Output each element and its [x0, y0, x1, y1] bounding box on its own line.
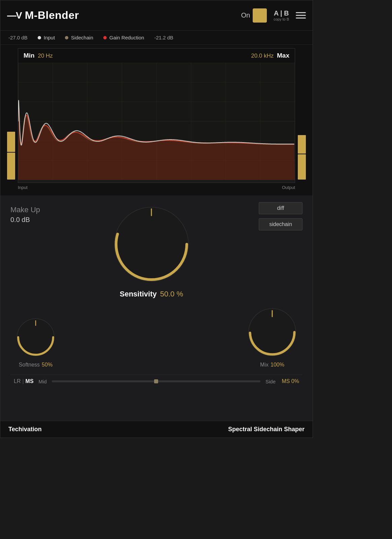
hamburger-line-1	[296, 12, 306, 13]
lr-ms-divider: |	[22, 378, 24, 384]
softness-knob[interactable]	[14, 315, 58, 359]
gain-reduction-meter-item: Gain Reduction	[103, 35, 144, 40]
softness-label-row: Softness 50%	[19, 362, 52, 368]
max-freq: 20.0 kHz	[251, 53, 274, 59]
vu-bar-2	[7, 153, 15, 180]
gain-reduction-label: Gain Reduction	[109, 35, 144, 40]
softness-value: 50%	[42, 362, 52, 368]
diff-button[interactable]: diff	[259, 202, 302, 214]
makeup-section: Make Up 0.0 dB	[10, 202, 51, 224]
makeup-label: Make Up	[10, 205, 51, 214]
plugin-title: M-Blender	[25, 9, 79, 22]
spectrum-display[interactable]: Min 20 Hz 20.0 kHz Max	[18, 48, 295, 183]
sensitivity-knob[interactable]	[109, 202, 193, 286]
freq-min: Min 20 Hz	[24, 52, 53, 59]
spectrum-labels: Input Output	[7, 183, 306, 192]
input-db: -27.0 dB	[8, 35, 28, 40]
ms-value: MS 0%	[281, 378, 299, 384]
on-button-group: On	[241, 8, 267, 23]
input-spectrum-label: Input	[18, 185, 28, 190]
ms-slider-thumb	[154, 379, 158, 383]
input-vu-meter	[7, 48, 15, 183]
mix-knob-item: Mix 100%	[245, 305, 299, 368]
mix-label-row: Mix 100%	[260, 362, 284, 368]
sensitivity-label: Sensitivity	[120, 290, 157, 298]
spectrum-canvas[interactable]	[18, 63, 295, 180]
softness-label: Softness	[19, 362, 40, 368]
ms-slider[interactable]	[52, 380, 260, 382]
lr-label[interactable]: LR	[14, 378, 21, 384]
logo-icon: —V	[7, 10, 22, 21]
ms-label[interactable]: MS	[26, 378, 34, 384]
gain-reduction-db: -21.2 dB	[154, 35, 173, 40]
sidechain-label: Sidechain	[71, 35, 93, 40]
meter-section: -27.0 dB Input Sidechain Gain Reduction …	[0, 31, 313, 45]
spectrum-section: Min 20 Hz 20.0 kHz Max Input Output	[0, 45, 313, 195]
header-controls: On A | B copy to B	[241, 8, 306, 23]
vu-bar-3	[298, 135, 306, 154]
freq-max: 20.0 kHz Max	[251, 52, 289, 59]
footer: Techivation Spectral Sidechain Shaper	[0, 421, 313, 438]
ab-group[interactable]: A | B copy to B	[274, 9, 289, 21]
on-label: On	[241, 11, 250, 19]
hamburger-line-2	[296, 15, 306, 16]
side-label: Side	[265, 379, 276, 384]
knob-section: Softness 50% Mix 100%	[10, 305, 302, 368]
sensitivity-label-row: Sensitivity 50.0 %	[120, 290, 183, 298]
main-controls: Make Up 0.0 dB Sensitivity 50.0 %	[10, 202, 302, 298]
mid-label: Mid	[39, 379, 47, 384]
input-dot	[38, 36, 41, 39]
mix-value: 100%	[271, 362, 284, 368]
sidechain-meter-item: Sidechain	[65, 35, 93, 40]
output-vu-meter	[298, 48, 306, 183]
footer-brand: Techivation	[8, 426, 42, 433]
input-meter-item: Input	[38, 35, 55, 40]
ab-label: A | B	[274, 9, 289, 17]
softness-knob-item: Softness 50%	[14, 315, 58, 368]
plugin-container: —V M-Blender On A | B copy to B -27.0 dB	[0, 0, 313, 438]
max-label: Max	[277, 52, 289, 59]
makeup-value: 0.0 dB	[10, 216, 51, 224]
ab-section[interactable]: A | B copy to B	[274, 9, 289, 21]
hamburger-line-3	[296, 18, 306, 19]
min-freq: 20 Hz	[38, 53, 52, 59]
lr-ms-toggle[interactable]: LR | MS	[14, 378, 34, 384]
logo: —V M-Blender	[7, 9, 241, 22]
sensitivity-value: 50.0 %	[160, 290, 183, 298]
sidechain-dot	[65, 36, 68, 39]
controls-section: Make Up 0.0 dB Sensitivity 50.0 %	[0, 195, 313, 421]
center-knob-area: Sensitivity 50.0 %	[58, 202, 245, 298]
on-button[interactable]	[253, 8, 267, 23]
input-label: Input	[44, 35, 55, 40]
menu-button[interactable]	[296, 12, 306, 19]
vu-bar-4	[298, 154, 306, 180]
min-label: Min	[24, 52, 35, 59]
gain-reduction-dot	[103, 36, 107, 39]
mix-label: Mix	[260, 362, 269, 368]
output-spectrum-label: Output	[282, 185, 295, 190]
copy-to-b-label: copy to B	[274, 17, 289, 21]
header: —V M-Blender On A | B copy to B	[0, 0, 313, 31]
spectrum-wrapper: Min 20 Hz 20.0 kHz Max	[7, 48, 306, 183]
right-controls: diff sidechain	[252, 202, 302, 230]
mix-knob[interactable]	[245, 305, 299, 359]
vu-bar-1	[7, 132, 15, 152]
lrms-section: LR | MS Mid Side MS 0%	[10, 375, 302, 388]
sidechain-button[interactable]: sidechain	[259, 218, 302, 230]
footer-product: Spectral Sidechain Shaper	[228, 426, 305, 433]
spectrum-header: Min 20 Hz 20.0 kHz Max	[18, 49, 295, 63]
